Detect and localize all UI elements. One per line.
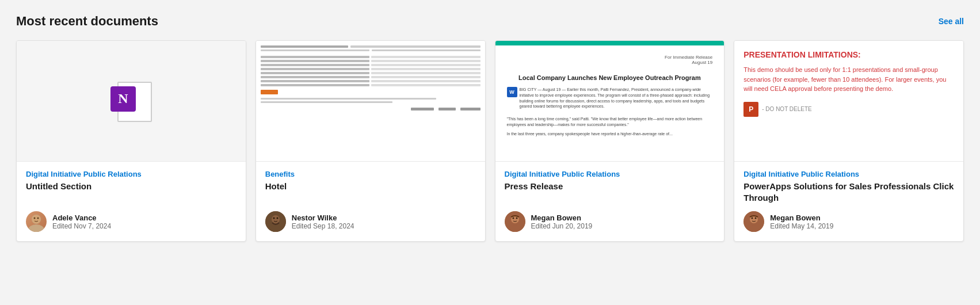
page-container: Most recent documents See all N Digital … bbox=[0, 0, 980, 305]
onenote-badge: N bbox=[110, 86, 136, 112]
ppt-icon: P bbox=[743, 102, 758, 117]
avatar-2 bbox=[265, 211, 286, 232]
hotel-doc-preview bbox=[256, 41, 485, 161]
doc-category-3[interactable]: Digital Initiative Public Relations bbox=[505, 170, 715, 178]
author-name-3: Megan Bowen bbox=[531, 214, 593, 222]
ppt-label: - DO NOT DELETE bbox=[762, 106, 812, 112]
card-preview-3: For Immediate ReleaseAugust 19 Local Com… bbox=[495, 41, 724, 162]
card-body-2: Benefits Hotel bbox=[256, 162, 485, 241]
author-name-4: Megan Bowen bbox=[770, 214, 833, 222]
avatar-1 bbox=[26, 211, 47, 232]
doc-category-4[interactable]: Digital Initiative Public Relations bbox=[743, 170, 954, 178]
doc-name-3: Press Release bbox=[505, 181, 715, 192]
card-footer-4: Megan Bowen Edited May 14, 2019 bbox=[743, 211, 954, 232]
doc-name-2: Hotel bbox=[265, 181, 476, 192]
edit-date-4: Edited May 14, 2019 bbox=[770, 222, 833, 230]
section-header: Most recent documents See all bbox=[16, 14, 964, 29]
warning-body: This demo should be used only for 1:1 pr… bbox=[743, 65, 954, 94]
press-doc-preview: For Immediate ReleaseAugust 19 Local Com… bbox=[495, 45, 724, 161]
avatar-4 bbox=[743, 211, 764, 232]
see-all-link[interactable]: See all bbox=[939, 17, 964, 26]
ppt-icon-badge: P - DO NOT DELETE bbox=[743, 102, 812, 117]
warning-title: PRESENTATION LIMITATIONS: bbox=[743, 50, 861, 59]
author-info-1: Adele Vance Edited Nov 7, 2024 bbox=[52, 214, 111, 230]
cards-row: N Digital Initiative Public Relations Un… bbox=[16, 40, 964, 242]
author-name-2: Nestor Wilke bbox=[292, 214, 354, 222]
doc-name-4: PowerApps Solutions for Sales Profession… bbox=[743, 181, 954, 203]
author-info-4: Megan Bowen Edited May 14, 2019 bbox=[770, 214, 833, 230]
doc-name-1: Untitled Section bbox=[26, 181, 237, 192]
doc-category-2[interactable]: Benefits bbox=[265, 170, 476, 178]
document-card-2[interactable]: Benefits Hotel bbox=[256, 40, 486, 242]
svg-point-2 bbox=[32, 215, 40, 223]
card-preview-4: PRESENTATION LIMITATIONS: This demo shou… bbox=[734, 41, 963, 162]
svg-point-6 bbox=[272, 215, 280, 223]
edit-date-1: Edited Nov 7, 2024 bbox=[52, 222, 111, 230]
svg-point-8 bbox=[273, 218, 274, 219]
svg-point-19 bbox=[755, 218, 757, 219]
svg-point-3 bbox=[34, 218, 36, 219]
svg-point-13 bbox=[512, 218, 514, 219]
card-footer-1: Adele Vance Edited Nov 7, 2024 bbox=[26, 211, 237, 232]
card-footer-3: Megan Bowen Edited Jun 20, 2019 bbox=[505, 211, 715, 232]
card-preview-2 bbox=[256, 41, 485, 162]
author-info-3: Megan Bowen Edited Jun 20, 2019 bbox=[531, 214, 593, 230]
avatar-3 bbox=[505, 211, 525, 232]
svg-point-14 bbox=[516, 218, 517, 219]
card-preview-1: N bbox=[17, 41, 246, 162]
document-card-3[interactable]: For Immediate ReleaseAugust 19 Local Com… bbox=[495, 40, 725, 242]
card-body-1: Digital Initiative Public Relations Unti… bbox=[17, 162, 246, 241]
card-body-3: Digital Initiative Public Relations Pres… bbox=[495, 162, 724, 241]
svg-point-18 bbox=[752, 218, 753, 219]
card-body-4: Digital Initiative Public Relations Powe… bbox=[734, 162, 963, 241]
edit-date-2: Edited Sep 18, 2024 bbox=[292, 222, 354, 230]
svg-point-9 bbox=[276, 218, 278, 219]
svg-point-1 bbox=[28, 224, 44, 232]
onenote-icon: N bbox=[110, 78, 152, 124]
section-title: Most recent documents bbox=[16, 14, 158, 29]
edit-date-3: Edited Jun 20, 2019 bbox=[531, 222, 593, 230]
document-card-1[interactable]: N Digital Initiative Public Relations Un… bbox=[16, 40, 246, 242]
svg-point-4 bbox=[37, 218, 39, 219]
author-name-1: Adele Vance bbox=[52, 214, 111, 222]
card-footer-2: Nestor Wilke Edited Sep 18, 2024 bbox=[265, 211, 476, 232]
author-info-2: Nestor Wilke Edited Sep 18, 2024 bbox=[292, 214, 354, 230]
document-card-4[interactable]: PRESENTATION LIMITATIONS: This demo shou… bbox=[734, 40, 964, 242]
doc-category-1[interactable]: Digital Initiative Public Relations bbox=[26, 170, 237, 178]
